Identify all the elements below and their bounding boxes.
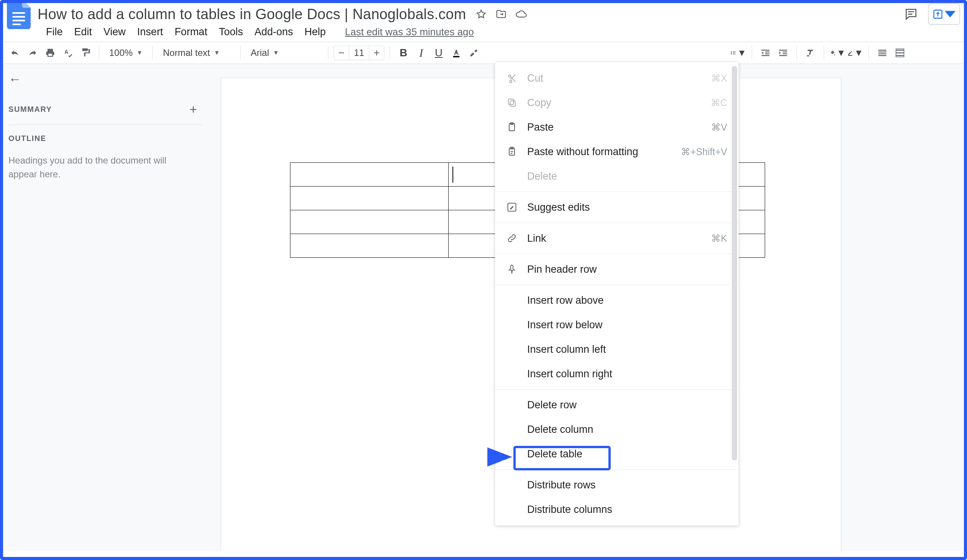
context-menu-label: Distribute columns [527, 504, 727, 516]
context-menu-label: Delete [527, 170, 727, 182]
context-menu-label: Suggest edits [527, 201, 727, 213]
share-button[interactable] [928, 3, 960, 25]
spellcheck-button[interactable] [60, 45, 76, 61]
font-family-select[interactable]: Arial▼ [246, 48, 323, 58]
cloud-status-icon[interactable] [515, 8, 527, 20]
link-icon [504, 233, 520, 244]
context-menu-link[interactable]: Link ⌘K [495, 226, 739, 250]
open-comments-button[interactable] [900, 3, 922, 25]
context-menu-label: Insert row below [527, 319, 727, 331]
last-edit-link[interactable]: Last edit was 35 minutes ago [345, 26, 474, 38]
context-menu-pin-header-row[interactable]: Pin header row [495, 257, 739, 282]
line-spacing-button[interactable]: ▼ [730, 45, 746, 61]
context-menu-label: Link [527, 232, 711, 244]
print-button[interactable] [42, 45, 58, 61]
svg-rect-6 [848, 55, 852, 56]
decrease-indent-button[interactable] [757, 45, 774, 61]
font-size-decrease[interactable]: − [334, 47, 349, 59]
context-menu-delete-row[interactable]: Delete row [495, 393, 739, 417]
context-menu-divider [495, 222, 739, 223]
context-menu-label: Insert row above [527, 295, 727, 306]
menu-help[interactable]: Help [305, 26, 326, 38]
undo-button[interactable] [7, 45, 23, 61]
menu-view[interactable]: View [104, 26, 125, 38]
menu-addons[interactable]: Add-ons [254, 26, 293, 38]
context-menu: Cut ⌘X Copy ⌘C Paste ⌘V Paste without fo… [495, 62, 739, 525]
context-menu-paste[interactable]: Paste ⌘V [495, 115, 739, 140]
context-menu-shortcut: ⌘V [711, 122, 727, 133]
context-menu-paste-without-formatting[interactable]: Paste without formatting ⌘+Shift+V [495, 140, 739, 164]
menu-file[interactable]: File [46, 26, 63, 38]
svg-rect-0 [12, 12, 25, 13]
context-menu-divider [495, 254, 739, 254]
svg-rect-1 [12, 16, 25, 17]
font-family-value: Arial [251, 48, 269, 58]
svg-rect-2 [12, 20, 25, 21]
text-color-button[interactable] [448, 45, 464, 61]
paint-format-button[interactable] [78, 45, 94, 61]
context-menu-insert-row-below[interactable]: Insert row below [495, 313, 739, 337]
context-menu-insert-column-right[interactable]: Insert column right [495, 362, 739, 386]
menu-insert[interactable]: Insert [137, 26, 163, 38]
context-menu-label: Insert column right [527, 368, 727, 380]
context-menu-label: Cut [527, 72, 711, 84]
context-menu-copy: Copy ⌘C [495, 91, 739, 115]
context-menu-shortcut: ⌘+Shift+V [681, 146, 727, 157]
context-menu-delete-column[interactable]: Delete column [495, 417, 739, 441]
table-options-button[interactable] [874, 45, 890, 61]
outline-collapse-button[interactable]: ← [8, 72, 202, 87]
context-menu-divider [495, 469, 739, 469]
context-menu-cut: Cut ⌘X [495, 66, 739, 91]
move-icon[interactable] [495, 8, 507, 20]
menu-format[interactable]: Format [175, 26, 208, 38]
zoom-select[interactable]: 100%▼ [105, 48, 147, 58]
copy-icon [504, 97, 520, 108]
context-menu-shortcut: ⌘K [711, 233, 727, 244]
paragraph-style-select[interactable]: Normal text▼ [158, 48, 235, 58]
svg-rect-8 [510, 101, 515, 106]
svg-rect-9 [508, 99, 514, 105]
paste-plain-icon [504, 146, 520, 157]
context-menu-delete-table[interactable]: Delete table [495, 441, 739, 466]
menu-edit[interactable]: Edit [74, 26, 92, 38]
context-menu-distribute-columns[interactable]: Distribute columns [495, 497, 739, 522]
more-tools-button[interactable] [892, 45, 908, 61]
menubar: File Edit View Insert Format Tools Add-o… [0, 25, 967, 42]
context-menu-divider [495, 191, 739, 192]
docs-logo[interactable] [7, 0, 31, 29]
context-menu-shortcut: ⌘X [711, 73, 727, 84]
font-size-value[interactable]: 11 [349, 46, 369, 60]
fill-color-button[interactable]: ▼ [830, 45, 846, 61]
titlebar: How to add a column to tables in Google … [0, 0, 967, 25]
increase-indent-button[interactable] [775, 45, 791, 61]
context-menu-distribute-rows[interactable]: Distribute rows [495, 473, 739, 497]
border-color-button[interactable]: ▼ [847, 45, 863, 61]
paste-icon [504, 122, 520, 133]
context-menu-label: Pin header row [527, 264, 727, 275]
workspace: ← SUMMARY + OUTLINE Headings you add to … [0, 64, 967, 551]
document-title[interactable]: How to add a column to tables in Google … [35, 5, 469, 23]
menu-tools[interactable]: Tools [219, 26, 243, 38]
pin-icon [504, 264, 520, 275]
context-menu-insert-column-left[interactable]: Insert column left [495, 337, 739, 362]
bold-button[interactable]: B [395, 45, 411, 61]
context-menu-divider [495, 389, 739, 390]
context-menu-suggest-edits[interactable]: Suggest edits [495, 195, 739, 219]
outline-divider [8, 125, 202, 125]
svg-rect-3 [12, 23, 21, 25]
italic-button[interactable]: I [413, 45, 429, 61]
add-summary-button[interactable]: + [190, 102, 198, 117]
context-menu-label: Delete table [527, 448, 727, 460]
context-menu-delete: Delete [495, 164, 739, 188]
clear-formatting-button[interactable] [802, 45, 818, 61]
context-menu-label: Delete column [527, 423, 727, 435]
paragraph-style-value: Normal text [163, 48, 210, 58]
context-menu-insert-row-above[interactable]: Insert row above [495, 288, 739, 313]
star-icon[interactable] [475, 8, 487, 20]
font-size-increase[interactable]: + [369, 47, 384, 59]
redo-button[interactable] [25, 45, 41, 61]
highlight-color-button[interactable] [466, 45, 482, 61]
toolbar: 100%▼ Normal text▼ Arial▼ − 11 + B I U ▼… [0, 42, 967, 64]
underline-button[interactable]: U [431, 45, 447, 61]
cut-icon [504, 73, 520, 84]
